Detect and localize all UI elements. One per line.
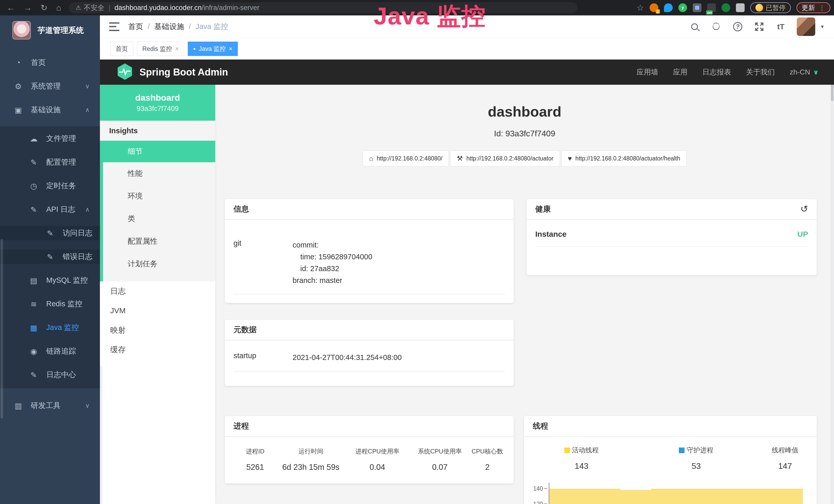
sidebar-item-redis[interactable]: ≋ Redis 监控: [0, 297, 100, 311]
endpoint-health-button[interactable]: ♥ http://192.168.0.2:48080/actuator/heal…: [562, 151, 686, 166]
sidebar-item-dev-tools[interactable]: ▥ 研发工具 ∨: [0, 398, 100, 413]
infra-submenu: ☁ 文件管理 ✎ 配置管理 ◷ 定时任务 ✎ API 日志 ∧ ✎: [0, 126, 100, 388]
sidebar-item-files[interactable]: ☁ 文件管理: [0, 132, 100, 146]
home-icon: ⌂: [369, 155, 373, 162]
page-scrollbar[interactable]: [830, 16, 834, 504]
sba-item-classes[interactable]: 类: [103, 207, 215, 230]
user-avatar[interactable]: [797, 18, 815, 36]
brand: 芋道管理系统: [0, 16, 100, 45]
endpoint-actuator-button[interactable]: ⚒ http://192.168.0.2:48080/actuator: [450, 151, 560, 166]
screen: ← → ↻ ⌂ ⚠ 不安全 | dashboard.yudao.iocoder.…: [0, 0, 834, 504]
extension-switch-icon[interactable]: on: [707, 3, 716, 12]
browser-forward-icon[interactable]: →: [24, 3, 32, 13]
browser-home-icon[interactable]: ⌂: [56, 3, 61, 13]
extension-leaf-icon[interactable]: [722, 3, 730, 12]
redis-icon: ≋: [29, 300, 39, 308]
process-table: 进程ID5261 运行时间6d 23h 15m 59s 进程CPU使用率0.04…: [234, 447, 505, 472]
threads-card-title: 线程: [533, 421, 548, 431]
breadcrumb-home[interactable]: 首页: [128, 22, 143, 32]
threads-legend: 活动线程 143 守护进程 53 线程峰值 147: [527, 446, 814, 471]
sidebar-item-java-monitor[interactable]: ▦ Java 监控: [0, 320, 100, 335]
extension-pin-icon[interactable]: [664, 3, 673, 12]
sba-item-mappings[interactable]: 映射: [100, 320, 215, 340]
browser-reload-icon[interactable]: ↻: [41, 3, 47, 13]
extension-grid-icon[interactable]: [693, 3, 701, 12]
bookmark-star-icon[interactable]: ☆: [636, 3, 644, 13]
sba-instance-id: 93a3fc7f7409: [137, 105, 179, 113]
active-dot: ●: [193, 46, 196, 51]
sba-link-wallboard[interactable]: 应用墙: [637, 67, 658, 77]
tag-java-monitor[interactable]: ● Java 监控 ×: [188, 42, 238, 56]
process-card: 进程 进程ID5261 运行时间6d 23h 15m 59s 进程CPU使用率0…: [225, 416, 514, 483]
sba-insights-header: Insights: [100, 121, 215, 141]
tag-redis-monitor[interactable]: Redis 监控 ×: [137, 42, 184, 56]
dashboard-icon: ◔: [13, 58, 23, 67]
access-log-icon: ✎: [45, 229, 55, 238]
live-threads-area: [549, 489, 803, 504]
history-icon[interactable]: ↺: [800, 204, 808, 214]
daemon-threads-value: 53: [636, 461, 756, 471]
hamburger-icon[interactable]: [109, 22, 119, 31]
sba-item-logfile[interactable]: 日志: [100, 281, 215, 301]
process-card-title: 进程: [234, 421, 249, 431]
close-icon[interactable]: ×: [229, 45, 233, 52]
sidebar-item-log-center[interactable]: ✎ 日志中心: [0, 368, 100, 382]
locale-select[interactable]: zh-CN ∨: [790, 68, 818, 76]
sba-item-environment[interactable]: 环境: [103, 185, 215, 207]
search-icon[interactable]: [689, 21, 700, 32]
instance-id-line: Id: 93a3fc7f7409: [215, 129, 834, 138]
sba-item-configprops[interactable]: 配置属性: [103, 230, 215, 253]
sidebar-item-access-log[interactable]: ✎ 访问日志: [0, 226, 100, 240]
extension-orange-icon[interactable]: 1: [650, 3, 658, 12]
sba-item-jvm[interactable]: JVM: [100, 301, 215, 320]
address-bar[interactable]: ⚠ 不安全 | dashboard.yudao.iocoder.cn /infr…: [69, 2, 577, 13]
sba-item-metrics[interactable]: 性能: [103, 162, 215, 185]
sidebar-item-infra[interactable]: ▣ 基础设施 ∧: [0, 103, 100, 117]
help-icon[interactable]: ?: [732, 21, 743, 32]
brand-logo: [12, 21, 31, 40]
github-icon[interactable]: [710, 21, 722, 32]
extension-green-icon[interactable]: y: [678, 3, 687, 12]
sba-item-scheduled-tasks[interactable]: 计划任务: [103, 253, 215, 275]
sidebar-item-config[interactable]: ✎ 配置管理: [0, 155, 100, 169]
url-path: /infra/admin-server: [202, 4, 259, 12]
sba-item-caches[interactable]: 缓存: [100, 340, 215, 360]
sidebar-item-error-log[interactable]: ✎ 错误日志: [0, 250, 100, 264]
chrome-update-button[interactable]: 更新⋮: [796, 2, 830, 13]
sidebar-item-trace[interactable]: ◉ 链路追踪: [0, 344, 100, 359]
sidebar-item-mysql[interactable]: ▤ MySQL 监控: [0, 273, 100, 288]
browser-menu-icon[interactable]: ⋮: [818, 4, 825, 12]
fullscreen-icon[interactable]: [753, 21, 765, 32]
sba-insights-section: Insights 细节 性能 环境 类 配置属性 计划任务: [100, 121, 215, 281]
breadcrumb-infra[interactable]: 基础设施: [154, 22, 184, 32]
sidebar-item-jobs[interactable]: ◷ 定时任务: [0, 179, 100, 193]
sidebar-item-home[interactable]: ◔ 首页: [0, 55, 100, 70]
sidebar-scrollbar[interactable]: [1, 239, 3, 418]
sba-link-journal[interactable]: 日志报表: [702, 67, 731, 77]
browser-back-icon[interactable]: ←: [7, 3, 15, 13]
sidebar-item-system[interactable]: ⚙ 系统管理 ∨: [0, 79, 100, 93]
sidebar-item-api-log[interactable]: ✎ API 日志 ∧: [0, 202, 100, 217]
extensions-puzzle-icon[interactable]: [736, 3, 745, 12]
omnibox-divider: |: [109, 4, 110, 12]
endpoint-home-button[interactable]: ⌂ http://192.168.0.2:48080/: [363, 151, 449, 166]
sba-link-about[interactable]: 关于我们: [746, 67, 775, 77]
breadcrumb-current: Java 监控: [195, 22, 228, 32]
tag-home[interactable]: 首页: [110, 42, 133, 56]
close-icon[interactable]: ×: [175, 45, 179, 52]
health-instance-row: Instance UP: [535, 230, 808, 247]
health-card-title: 健康: [535, 204, 551, 214]
sba-link-applications[interactable]: 应用: [673, 67, 687, 77]
font-size-icon[interactable]: tT: [775, 21, 787, 32]
app-sidebar: 芋道管理系统 ◔ 首页 ⚙ 系统管理 ∨ ▣ 基础设施 ∧ ☁ 文件管理: [0, 16, 100, 504]
profile-paused-badge[interactable]: 已暂停: [750, 2, 791, 13]
page-title: dashboard: [215, 103, 834, 120]
chevron-down-icon: ∨: [85, 402, 90, 409]
sba-instance-header: dashboard 93a3fc7f7409: [100, 85, 215, 121]
peak-threads-value: 147: [756, 461, 814, 471]
insecure-warning-icon: ⚠: [75, 4, 81, 11]
avatar-caret-icon[interactable]: ▾: [821, 23, 824, 30]
sba-item-details[interactable]: 细节: [103, 141, 215, 162]
threads-chart: 140 120 100: [527, 481, 814, 504]
sba-sidebar-scrollbar: [100, 366, 103, 504]
